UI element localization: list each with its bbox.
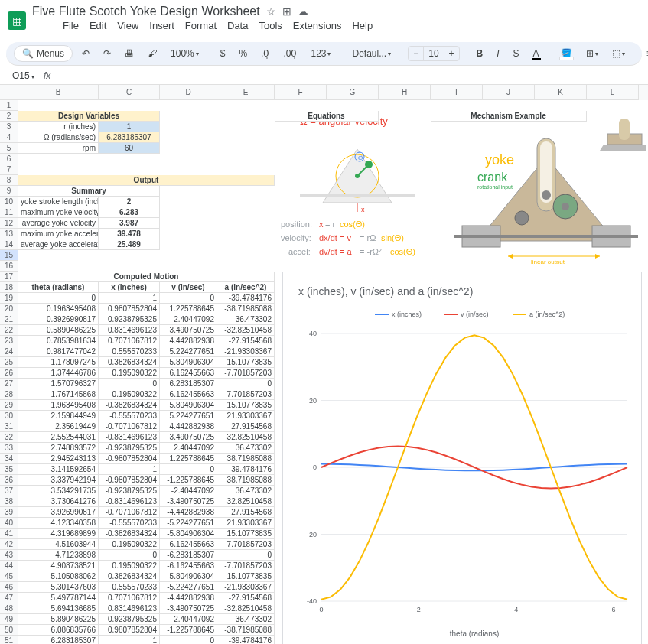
cell[interactable]: average yoke velocity <box>18 218 99 229</box>
cell[interactable]: 0 <box>160 636 217 644</box>
cell[interactable]: -0.9238795325 <box>99 443 160 454</box>
row-header[interactable]: 23 <box>0 336 18 346</box>
row-header[interactable]: 5 <box>0 143 18 154</box>
cell[interactable]: Design Variables <box>18 111 160 122</box>
cell[interactable]: -21.93303367 <box>217 582 275 593</box>
row-header[interactable]: 46 <box>0 582 18 593</box>
cell[interactable]: -0.3826834324 <box>99 529 160 539</box>
row-header[interactable]: 34 <box>0 454 18 464</box>
row-header[interactable]: 48 <box>0 603 18 614</box>
cell[interactable]: 1.374446786 <box>18 368 99 379</box>
cell[interactable]: -0.8314696123 <box>99 432 160 443</box>
cell[interactable]: 2.40447092 <box>160 443 217 454</box>
row-header[interactable]: 40 <box>0 518 18 529</box>
name-box[interactable]: O15 <box>6 69 37 83</box>
cell[interactable]: -39.4784176 <box>217 636 275 644</box>
row-header[interactable]: 39 <box>0 507 18 518</box>
cell[interactable]: -7.701857203 <box>217 368 275 379</box>
row-header[interactable]: 43 <box>0 550 18 561</box>
cell[interactable]: 5.224277651 <box>160 411 217 421</box>
cell[interactable]: x (inches) <box>99 282 160 293</box>
row-header[interactable]: 33 <box>0 443 18 454</box>
row-header[interactable]: 30 <box>0 411 18 421</box>
menu-format[interactable]: Format <box>185 20 217 31</box>
cell[interactable]: 0.5890486225 <box>18 325 99 336</box>
row-header[interactable]: 10 <box>0 197 18 207</box>
col-header[interactable]: C <box>99 85 160 100</box>
move-icon[interactable]: ⊞ <box>282 5 291 18</box>
cell[interactable]: -5.804906304 <box>160 529 217 539</box>
row-header[interactable]: 9 <box>0 186 18 197</box>
row-header[interactable]: 4 <box>0 132 18 143</box>
col-header[interactable]: B <box>18 85 99 100</box>
row-header[interactable]: 32 <box>0 432 18 443</box>
menu-file[interactable]: File <box>63 20 79 31</box>
row-header[interactable]: 13 <box>0 229 18 239</box>
col-header[interactable]: H <box>379 85 431 100</box>
cell[interactable]: 0.1963495408 <box>18 304 99 314</box>
cell[interactable]: -27.9154568 <box>217 593 275 603</box>
doc-title[interactable]: Five Flute Scotch Yoke Design Worksheet <box>32 5 260 18</box>
cell[interactable]: r (inches) <box>18 122 99 132</box>
row-header[interactable]: 14 <box>0 239 18 250</box>
halign-button[interactable]: ≡ <box>642 45 648 62</box>
cell[interactable]: 4.908738521 <box>18 561 99 571</box>
cloud-icon[interactable]: ☁ <box>298 5 308 18</box>
cell[interactable]: Mechanism Example <box>431 111 587 122</box>
cell[interactable]: 6.086835766 <box>18 625 99 636</box>
cell[interactable]: 6.162455663 <box>160 368 217 379</box>
row-header[interactable]: 44 <box>0 561 18 571</box>
cell[interactable]: 21.93303367 <box>217 411 275 421</box>
cell[interactable]: 1 <box>99 636 160 644</box>
cell[interactable]: 3.987 <box>99 218 160 229</box>
cell[interactable]: 3.490750725 <box>160 325 217 336</box>
undo-button[interactable]: ↶ <box>77 45 94 62</box>
cell[interactable]: 36.473302 <box>217 486 275 496</box>
cell[interactable]: 1.225788645 <box>160 304 217 314</box>
cell[interactable]: 6.283185307 <box>160 379 217 389</box>
cell[interactable]: 0.7853981634 <box>18 336 99 346</box>
cell[interactable]: 4.442882938 <box>160 421 217 432</box>
cell[interactable]: theta (radians) <box>18 282 99 293</box>
cell[interactable]: 0 <box>99 550 160 561</box>
zoom-select[interactable]: 100% <box>166 45 204 62</box>
row-header[interactable]: 47 <box>0 593 18 603</box>
cell[interactable]: 60 <box>99 143 160 154</box>
cell[interactable]: 0.9817477042 <box>18 346 99 357</box>
cell[interactable]: -0.9807852804 <box>99 454 160 464</box>
cell[interactable]: 6.283185307 <box>18 636 99 644</box>
increase-decimal-button[interactable]: .00̩ <box>278 45 301 62</box>
cell[interactable]: -4.442882938 <box>160 507 217 518</box>
cell[interactable]: 0 <box>99 379 160 389</box>
cell[interactable]: 0 <box>160 293 217 304</box>
menu-view[interactable]: View <box>117 20 138 31</box>
row-header[interactable]: 25 <box>0 357 18 368</box>
menu-edit[interactable]: Edit <box>90 20 106 31</box>
cell[interactable]: -1.225788645 <box>160 475 217 486</box>
borders-button[interactable]: ⊞ <box>581 45 603 62</box>
cell[interactable]: 5.804906304 <box>160 357 217 368</box>
cell[interactable]: -15.10773835 <box>217 571 275 582</box>
cell[interactable]: 0.9807852804 <box>99 304 160 314</box>
row-header[interactable]: 27 <box>0 379 18 389</box>
col-header[interactable]: D <box>160 85 217 100</box>
row-header[interactable]: 51 <box>0 636 18 644</box>
cell[interactable]: 3.490750725 <box>160 432 217 443</box>
text-color-button[interactable]: A <box>529 45 544 62</box>
cell[interactable]: 1.767145868 <box>18 389 99 400</box>
cell[interactable]: -0.7071067812 <box>99 507 160 518</box>
cell[interactable]: 2.159844949 <box>18 411 99 421</box>
cell[interactable]: -1.225788645 <box>160 625 217 636</box>
cell[interactable]: 2.748893572 <box>18 443 99 454</box>
currency-button[interactable]: $ <box>216 45 230 62</box>
cell[interactable]: -0.555570233 <box>99 411 160 421</box>
row-header[interactable]: 35 <box>0 464 18 475</box>
cell[interactable]: 4.442882938 <box>160 336 217 346</box>
row-header[interactable]: 21 <box>0 314 18 325</box>
percent-button[interactable]: % <box>234 45 252 62</box>
cell[interactable]: 21.93303367 <box>217 518 275 529</box>
cell[interactable]: 0.195090322 <box>99 561 160 571</box>
font-size-value[interactable]: 10 <box>423 47 444 60</box>
cell[interactable]: Computed Motion <box>18 272 275 282</box>
cell[interactable]: Summary <box>18 186 160 197</box>
